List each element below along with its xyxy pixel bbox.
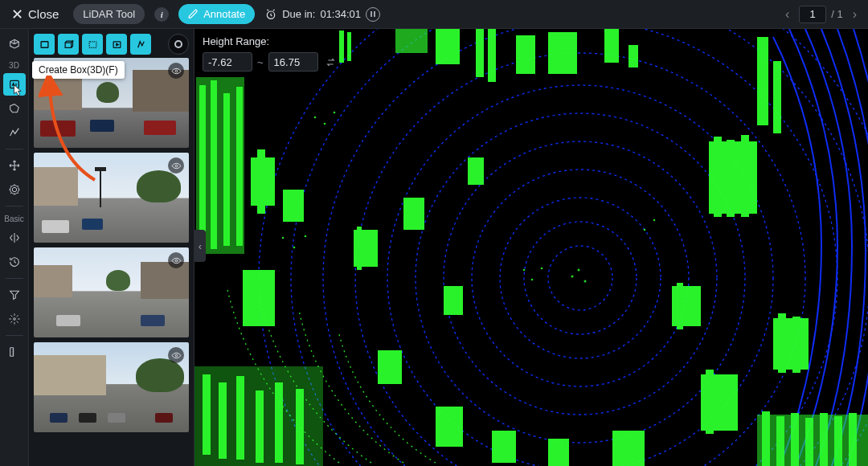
svg-point-88 xyxy=(531,279,534,281)
svg-point-87 xyxy=(523,269,526,272)
camera-thumb-4[interactable] xyxy=(34,342,189,432)
svg-rect-65 xyxy=(741,135,749,217)
prev-page-button[interactable]: ‹ xyxy=(780,6,794,23)
svg-point-94 xyxy=(653,219,656,222)
svg-point-9 xyxy=(175,70,178,72)
svg-rect-42 xyxy=(283,190,304,222)
svg-rect-64 xyxy=(727,140,735,217)
grid-align-tool[interactable] xyxy=(3,308,26,330)
svg-rect-73 xyxy=(776,416,784,466)
height-max-input[interactable] xyxy=(268,52,318,72)
svg-rect-69 xyxy=(778,313,786,373)
svg-rect-76 xyxy=(820,413,828,466)
visibility-toggle[interactable] xyxy=(168,347,184,363)
target-toggle[interactable] xyxy=(168,34,189,55)
info-icon[interactable]: i xyxy=(154,7,169,22)
svg-rect-78 xyxy=(849,413,857,466)
tool-name-pill[interactable]: LiDAR Tool xyxy=(73,4,145,24)
svg-rect-51 xyxy=(357,227,362,270)
svg-rect-52 xyxy=(403,198,424,230)
ruler-tool[interactable] xyxy=(3,341,26,363)
svg-rect-32 xyxy=(604,29,619,63)
svg-point-17 xyxy=(444,141,717,415)
visibility-toggle[interactable] xyxy=(168,252,184,268)
camera-panel: Create Box(3D)(F) xyxy=(29,29,194,466)
svg-rect-59 xyxy=(612,431,645,466)
cube3d-tool[interactable] xyxy=(58,34,79,55)
svg-rect-48 xyxy=(275,382,283,463)
page-total-label: / 1 xyxy=(831,8,842,20)
svg-rect-63 xyxy=(714,137,722,217)
swap-range-button[interactable] xyxy=(323,54,339,70)
svg-rect-47 xyxy=(256,390,264,463)
shape-tool-row xyxy=(29,29,194,58)
ai-box-tool[interactable] xyxy=(3,73,26,96)
svg-rect-54 xyxy=(444,286,463,315)
height-min-input[interactable] xyxy=(203,52,252,72)
due-prefix: Due in: xyxy=(282,8,315,20)
svg-rect-70 xyxy=(792,317,800,373)
mirror-tool[interactable] xyxy=(3,227,26,249)
svg-rect-44 xyxy=(203,374,211,455)
svg-point-18 xyxy=(416,113,745,443)
svg-rect-40 xyxy=(257,149,265,214)
lidar-viewport[interactable]: Height Range: ~ ‹ xyxy=(194,29,868,466)
collapse-panel-button[interactable]: ‹ xyxy=(194,230,206,262)
app-header: ✕ Close LiDAR Tool i Annotate Due in: 01… xyxy=(0,0,868,29)
svg-point-13 xyxy=(548,246,612,310)
svg-rect-77 xyxy=(834,416,842,466)
move-tool[interactable] xyxy=(3,154,26,177)
lidar-point-cloud xyxy=(194,29,868,466)
svg-point-84 xyxy=(282,237,285,239)
svg-rect-28 xyxy=(476,29,484,77)
section-3d-label: 3D xyxy=(9,61,19,70)
rect-tool[interactable] xyxy=(34,34,55,55)
svg-rect-79 xyxy=(757,37,768,125)
svg-point-92 xyxy=(578,269,580,272)
svg-rect-57 xyxy=(492,431,516,463)
svg-rect-46 xyxy=(236,376,244,460)
svg-rect-72 xyxy=(762,411,770,466)
tool-name-label: LiDAR Tool xyxy=(83,8,135,20)
camera-thumb-3[interactable] xyxy=(34,247,189,337)
side-toolbar: 3D Basic xyxy=(0,29,29,466)
svg-rect-33 xyxy=(628,45,638,67)
svg-rect-29 xyxy=(488,29,496,82)
camera-thumbnails xyxy=(29,58,194,466)
svg-rect-41 xyxy=(243,270,275,326)
cube-tool[interactable] xyxy=(3,34,26,56)
svg-point-3 xyxy=(10,186,18,194)
visibility-toggle[interactable] xyxy=(168,157,184,174)
polygon-tool[interactable] xyxy=(3,97,26,120)
visibility-toggle[interactable] xyxy=(168,63,184,79)
svg-rect-61 xyxy=(677,283,683,329)
play-rect-tool[interactable] xyxy=(106,34,127,55)
svg-rect-26 xyxy=(395,29,428,53)
poly-n-tool[interactable] xyxy=(130,34,151,55)
create-box-tooltip: Create Box(3D)(F) xyxy=(32,61,125,79)
alarm-clock-icon xyxy=(264,8,277,21)
svg-rect-53 xyxy=(468,157,484,185)
annotate-button[interactable]: Annotate xyxy=(178,4,255,24)
pause-button[interactable] xyxy=(366,7,380,22)
svg-rect-55 xyxy=(378,350,402,384)
svg-point-2 xyxy=(12,187,16,191)
settings-wheel-tool[interactable] xyxy=(3,178,26,201)
page-current-input[interactable] xyxy=(799,6,826,23)
svg-point-10 xyxy=(175,165,178,167)
svg-rect-80 xyxy=(773,61,781,133)
history-tool[interactable] xyxy=(3,251,26,273)
rect-dash-tool[interactable] xyxy=(82,34,103,55)
filter-tool[interactable] xyxy=(3,284,26,306)
svg-point-90 xyxy=(571,276,574,278)
close-label: Close xyxy=(28,7,59,21)
svg-rect-58 xyxy=(548,439,569,466)
svg-point-12 xyxy=(175,354,178,357)
svg-rect-37 xyxy=(223,93,230,246)
next-page-button[interactable]: › xyxy=(848,6,862,23)
close-button[interactable]: ✕ Close xyxy=(6,4,63,25)
camera-thumb-2[interactable] xyxy=(34,153,189,243)
svg-rect-74 xyxy=(791,413,799,466)
polyline-tool[interactable] xyxy=(3,121,26,144)
svg-rect-1 xyxy=(10,80,18,88)
